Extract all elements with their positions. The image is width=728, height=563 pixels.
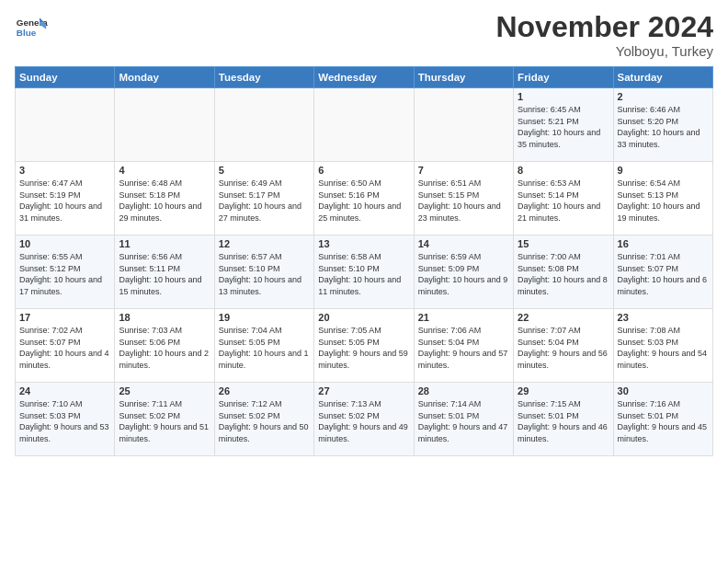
weekday-header-row: SundayMondayTuesdayWednesdayThursdayFrid…	[16, 67, 713, 88]
day-number: 24	[19, 385, 110, 396]
day-info: Sunrise: 6:46 AM Sunset: 5:20 PM Dayligh…	[618, 104, 709, 150]
day-info: Sunrise: 7:01 AM Sunset: 5:07 PM Dayligh…	[618, 251, 709, 297]
day-info: Sunrise: 6:57 AM Sunset: 5:10 PM Dayligh…	[219, 251, 310, 297]
calendar-cell: 26Sunrise: 7:12 AM Sunset: 5:02 PM Dayli…	[214, 383, 313, 456]
svg-text:Blue: Blue	[17, 28, 37, 38]
calendar-cell: 13Sunrise: 6:58 AM Sunset: 5:10 PM Dayli…	[314, 236, 414, 309]
day-number: 1	[518, 91, 609, 102]
day-number: 9	[618, 165, 709, 176]
day-number: 10	[19, 238, 110, 249]
day-info: Sunrise: 7:02 AM Sunset: 5:07 PM Dayligh…	[19, 325, 110, 371]
day-info: Sunrise: 7:06 AM Sunset: 5:04 PM Dayligh…	[418, 325, 509, 371]
calendar-cell: 18Sunrise: 7:03 AM Sunset: 5:06 PM Dayli…	[115, 309, 214, 383]
day-info: Sunrise: 6:55 AM Sunset: 5:12 PM Dayligh…	[19, 251, 110, 297]
page: General Blue November 2024 Yolboyu, Turk…	[0, 0, 728, 464]
day-info: Sunrise: 6:53 AM Sunset: 5:14 PM Dayligh…	[518, 178, 609, 224]
day-info: Sunrise: 7:03 AM Sunset: 5:06 PM Dayligh…	[119, 325, 210, 371]
calendar-cell	[16, 88, 115, 162]
day-number: 5	[219, 165, 310, 176]
calendar-cell: 1Sunrise: 6:45 AM Sunset: 5:21 PM Daylig…	[514, 88, 613, 162]
day-number: 15	[518, 238, 609, 249]
calendar-cell: 4Sunrise: 6:48 AM Sunset: 5:18 PM Daylig…	[115, 162, 214, 236]
weekday-header-thursday: Thursday	[414, 67, 513, 88]
day-info: Sunrise: 7:10 AM Sunset: 5:03 PM Dayligh…	[19, 398, 110, 444]
calendar-cell: 19Sunrise: 7:04 AM Sunset: 5:05 PM Dayli…	[214, 309, 313, 383]
day-info: Sunrise: 7:12 AM Sunset: 5:02 PM Dayligh…	[219, 398, 310, 444]
week-row-4: 17Sunrise: 7:02 AM Sunset: 5:07 PM Dayli…	[16, 309, 713, 383]
calendar-cell: 3Sunrise: 6:47 AM Sunset: 5:19 PM Daylig…	[16, 162, 115, 236]
calendar-cell: 22Sunrise: 7:07 AM Sunset: 5:04 PM Dayli…	[514, 309, 613, 383]
day-number: 20	[318, 312, 409, 323]
calendar-cell: 30Sunrise: 7:16 AM Sunset: 5:01 PM Dayli…	[613, 383, 712, 456]
calendar-cell: 6Sunrise: 6:50 AM Sunset: 5:16 PM Daylig…	[314, 162, 414, 236]
week-row-3: 10Sunrise: 6:55 AM Sunset: 5:12 PM Dayli…	[16, 236, 713, 309]
day-number: 30	[618, 385, 709, 396]
header: General Blue November 2024 Yolboyu, Turk…	[15, 11, 713, 59]
calendar-cell: 25Sunrise: 7:11 AM Sunset: 5:02 PM Dayli…	[115, 383, 214, 456]
title-block: November 2024 Yolboyu, Turkey	[495, 11, 713, 59]
week-row-2: 3Sunrise: 6:47 AM Sunset: 5:19 PM Daylig…	[16, 162, 713, 236]
calendar-cell: 2Sunrise: 6:46 AM Sunset: 5:20 PM Daylig…	[613, 88, 712, 162]
day-number: 29	[518, 385, 609, 396]
day-info: Sunrise: 7:16 AM Sunset: 5:01 PM Dayligh…	[618, 398, 709, 444]
day-info: Sunrise: 7:08 AM Sunset: 5:03 PM Dayligh…	[618, 325, 709, 371]
day-number: 21	[418, 312, 509, 323]
calendar-cell: 8Sunrise: 6:53 AM Sunset: 5:14 PM Daylig…	[514, 162, 613, 236]
location: Yolboyu, Turkey	[495, 43, 713, 59]
day-info: Sunrise: 7:15 AM Sunset: 5:01 PM Dayligh…	[518, 398, 609, 444]
day-info: Sunrise: 7:05 AM Sunset: 5:05 PM Dayligh…	[318, 325, 409, 371]
calendar-cell: 15Sunrise: 7:00 AM Sunset: 5:08 PM Dayli…	[514, 236, 613, 309]
calendar-cell: 23Sunrise: 7:08 AM Sunset: 5:03 PM Dayli…	[613, 309, 712, 383]
calendar-cell: 10Sunrise: 6:55 AM Sunset: 5:12 PM Dayli…	[16, 236, 115, 309]
day-number: 23	[618, 312, 709, 323]
day-number: 25	[119, 385, 210, 396]
day-number: 16	[618, 238, 709, 249]
day-info: Sunrise: 6:58 AM Sunset: 5:10 PM Dayligh…	[318, 251, 409, 297]
day-number: 19	[219, 312, 310, 323]
day-number: 3	[19, 165, 110, 176]
day-info: Sunrise: 6:47 AM Sunset: 5:19 PM Dayligh…	[19, 178, 110, 224]
calendar-cell: 14Sunrise: 6:59 AM Sunset: 5:09 PM Dayli…	[414, 236, 513, 309]
calendar-cell: 7Sunrise: 6:51 AM Sunset: 5:15 PM Daylig…	[414, 162, 513, 236]
day-info: Sunrise: 6:59 AM Sunset: 5:09 PM Dayligh…	[418, 251, 509, 297]
day-info: Sunrise: 7:07 AM Sunset: 5:04 PM Dayligh…	[518, 325, 609, 371]
calendar-cell: 29Sunrise: 7:15 AM Sunset: 5:01 PM Dayli…	[514, 383, 613, 456]
day-info: Sunrise: 6:54 AM Sunset: 5:13 PM Dayligh…	[618, 178, 709, 224]
day-number: 13	[318, 238, 409, 249]
day-info: Sunrise: 6:56 AM Sunset: 5:11 PM Dayligh…	[119, 251, 210, 297]
day-number: 7	[418, 165, 509, 176]
calendar-cell: 12Sunrise: 6:57 AM Sunset: 5:10 PM Dayli…	[214, 236, 313, 309]
day-number: 27	[318, 385, 409, 396]
calendar-cell	[115, 88, 214, 162]
weekday-header-tuesday: Tuesday	[214, 67, 313, 88]
week-row-1: 1Sunrise: 6:45 AM Sunset: 5:21 PM Daylig…	[16, 88, 713, 162]
day-info: Sunrise: 7:13 AM Sunset: 5:02 PM Dayligh…	[318, 398, 409, 444]
calendar-cell: 16Sunrise: 7:01 AM Sunset: 5:07 PM Dayli…	[613, 236, 712, 309]
calendar-cell: 5Sunrise: 6:49 AM Sunset: 5:17 PM Daylig…	[214, 162, 313, 236]
day-info: Sunrise: 7:11 AM Sunset: 5:02 PM Dayligh…	[119, 398, 210, 444]
day-number: 26	[219, 385, 310, 396]
calendar-cell	[214, 88, 313, 162]
day-number: 17	[19, 312, 110, 323]
day-number: 14	[418, 238, 509, 249]
weekday-header-friday: Friday	[514, 67, 613, 88]
day-info: Sunrise: 6:51 AM Sunset: 5:15 PM Dayligh…	[418, 178, 509, 224]
calendar-cell	[414, 88, 513, 162]
logo: General Blue	[15, 11, 51, 44]
day-info: Sunrise: 7:04 AM Sunset: 5:05 PM Dayligh…	[219, 325, 310, 371]
calendar-cell: 21Sunrise: 7:06 AM Sunset: 5:04 PM Dayli…	[414, 309, 513, 383]
day-info: Sunrise: 6:50 AM Sunset: 5:16 PM Dayligh…	[318, 178, 409, 224]
month-title: November 2024	[495, 11, 713, 43]
day-number: 4	[119, 165, 210, 176]
calendar-cell: 28Sunrise: 7:14 AM Sunset: 5:01 PM Dayli…	[414, 383, 513, 456]
day-number: 11	[119, 238, 210, 249]
calendar-cell: 24Sunrise: 7:10 AM Sunset: 5:03 PM Dayli…	[16, 383, 115, 456]
weekday-header-monday: Monday	[115, 67, 214, 88]
day-info: Sunrise: 7:14 AM Sunset: 5:01 PM Dayligh…	[418, 398, 509, 444]
calendar-cell: 9Sunrise: 6:54 AM Sunset: 5:13 PM Daylig…	[613, 162, 712, 236]
calendar-cell: 17Sunrise: 7:02 AM Sunset: 5:07 PM Dayli…	[16, 309, 115, 383]
day-info: Sunrise: 7:00 AM Sunset: 5:08 PM Dayligh…	[518, 251, 609, 297]
logo-icon: General Blue	[15, 11, 48, 44]
calendar-cell	[314, 88, 414, 162]
day-number: 18	[119, 312, 210, 323]
